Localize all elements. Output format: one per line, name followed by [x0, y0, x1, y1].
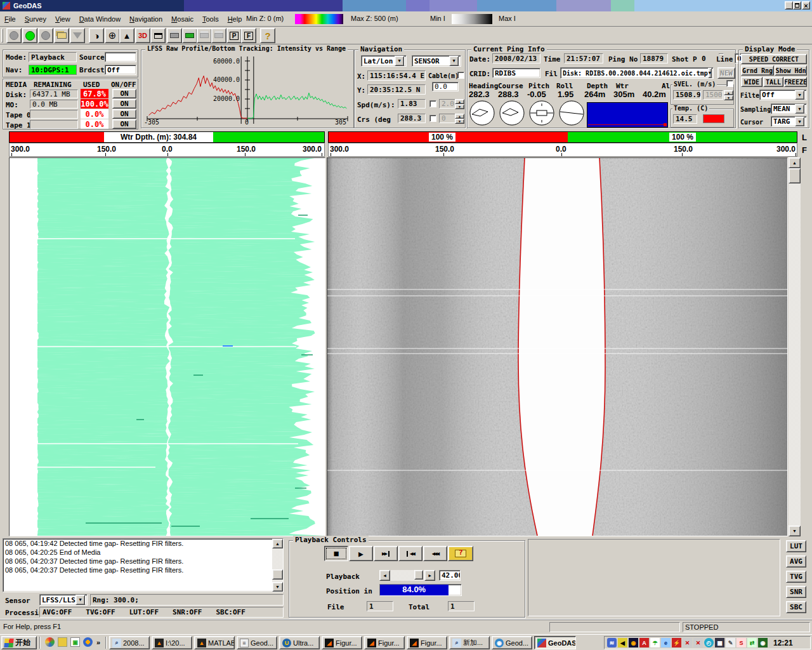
- tray-disconnect-icon[interactable]: ✕: [693, 638, 703, 647]
- scroll-down-icon[interactable]: ▼: [272, 582, 283, 592]
- lut-button[interactable]: LUT: [786, 540, 806, 552]
- quicklaunch-editor-icon[interactable]: ▣: [70, 637, 80, 647]
- task-button-geod1[interactable]: ≡Geod...: [237, 636, 277, 649]
- quicklaunch-player-icon[interactable]: [83, 637, 93, 647]
- sensor-combo[interactable]: LFSS/LLS▼: [39, 594, 88, 606]
- show-hdn-button[interactable]: Show Hdn: [775, 65, 807, 76]
- media-row-on-button[interactable]: ON: [112, 99, 136, 109]
- task-button-geod2[interactable]: ◉Geod...: [492, 636, 532, 649]
- chevron-down-icon[interactable]: ▼: [75, 595, 85, 605]
- task-button-ultraedit[interactable]: UUltra...: [279, 636, 320, 649]
- menu-navigation[interactable]: Navigation: [125, 14, 167, 24]
- menu-survey[interactable]: Survey: [20, 14, 51, 24]
- task-button-xinjia[interactable]: ⌕新加...: [449, 636, 490, 649]
- menu-tools[interactable]: Tools: [198, 14, 223, 24]
- view-3d-button[interactable]: 3D: [135, 28, 150, 43]
- tray-volume-icon[interactable]: ◀: [618, 638, 627, 647]
- tray-power-icon[interactable]: ⚡: [672, 638, 681, 647]
- task-button-matlab[interactable]: ▲MATLAB: [194, 636, 235, 649]
- tray-signal-icon[interactable]: ◉: [629, 638, 638, 647]
- menu-view[interactable]: View: [51, 14, 75, 24]
- quicklaunch-chevron-icon[interactable]: »: [96, 639, 100, 646]
- load-file-button[interactable]: ?: [448, 546, 473, 561]
- play-playback-button[interactable]: ▶: [349, 546, 373, 561]
- tray-sygate-icon[interactable]: S: [737, 638, 746, 647]
- menu-help[interactable]: Help: [223, 14, 247, 24]
- file-combo[interactable]: Disk: RDIBS.00.2008.044.214612.oic.tmp▼: [560, 67, 714, 79]
- window-view-button[interactable]: [150, 28, 166, 43]
- tray-ati-icon[interactable]: A: [639, 638, 649, 647]
- terrain-button[interactable]: ▲: [119, 28, 134, 43]
- print-setup-button[interactable]: [197, 28, 212, 43]
- task-button-i20[interactable]: ▲I:\20...: [152, 636, 192, 649]
- menu-mosaic[interactable]: Mosaic: [167, 14, 198, 24]
- record-button[interactable]: [6, 28, 22, 43]
- chevron-down-icon[interactable]: ▼: [708, 68, 712, 78]
- subbottom-waterfall[interactable]: [9, 157, 325, 536]
- cable-checkbox[interactable]: [457, 72, 464, 79]
- quicklaunch-desktop-icon[interactable]: [58, 637, 67, 647]
- playback-speed-slider[interactable]: ◀ ▶: [379, 570, 435, 581]
- sbc-button[interactable]: SBC: [786, 601, 806, 613]
- crid-value[interactable]: RDIBS: [492, 68, 540, 78]
- tray-scheduler-icon[interactable]: ▦: [715, 638, 724, 647]
- help-button[interactable]: ?: [260, 28, 275, 43]
- nav-source-combo[interactable]: SENSOR▼: [412, 55, 461, 67]
- spd-alt-value[interactable]: 2.0: [439, 99, 455, 109]
- close-button[interactable]: ×: [802, 1, 810, 10]
- tall-button[interactable]: TALL: [763, 77, 783, 87]
- spd-checkbox[interactable]: [429, 100, 436, 107]
- source-value[interactable]: [105, 52, 136, 62]
- svel-alt-value[interactable]: 1500.: [703, 90, 723, 100]
- tray-sync-icon[interactable]: ⇄: [747, 638, 757, 647]
- sampling-combo[interactable]: MEAN▼: [771, 103, 807, 114]
- log-scrollbar[interactable]: ▲ ▼: [272, 539, 283, 592]
- scroll-up-icon[interactable]: ▲: [272, 539, 283, 548]
- tray-umbrella-icon[interactable]: ☂: [650, 638, 660, 647]
- stop-button[interactable]: [38, 28, 53, 43]
- coord-mode-combo[interactable]: Lat/Lon▼: [361, 55, 407, 67]
- speed-correct-button[interactable]: SPEED CORRECT: [741, 54, 807, 64]
- scroll-up-icon[interactable]: ▲: [789, 157, 801, 168]
- tray-globe-icon[interactable]: ◴: [704, 638, 714, 647]
- slider-left-icon[interactable]: ◀: [379, 570, 390, 581]
- sidescan-waterfall[interactable]: [327, 157, 788, 536]
- crs-checkbox[interactable]: [429, 115, 436, 122]
- snr-button[interactable]: SNR: [786, 586, 806, 598]
- message-log[interactable]: 08 065, 04:19:42 Detected time gap- Rese…: [3, 538, 284, 592]
- tray-eye-icon[interactable]: ◉: [758, 638, 768, 647]
- menu-file[interactable]: File: [0, 14, 20, 24]
- cable-value[interactable]: 0.0: [432, 82, 459, 91]
- tray-pen-icon[interactable]: ✎: [726, 638, 735, 647]
- log-scrollbar-thumb[interactable]: [272, 569, 283, 580]
- tray-cpu-icon[interactable]: ≋: [607, 638, 617, 647]
- scroll-down-icon[interactable]: ▼: [789, 526, 801, 536]
- start-button[interactable]: 开始: [1, 636, 37, 649]
- target-button[interactable]: ⊕: [105, 28, 120, 43]
- media-row-on-button[interactable]: ON: [112, 109, 136, 119]
- tray-ie-icon[interactable]: e: [661, 638, 671, 647]
- new-button[interactable]: NEW: [717, 67, 735, 79]
- wide-button[interactable]: WIDE: [741, 77, 763, 87]
- rewind-button[interactable]: ◀◀◀: [423, 546, 447, 561]
- task-button-figure2[interactable]: ◢Figur...: [364, 636, 405, 649]
- crs-alt-value[interactable]: 0: [439, 114, 455, 123]
- stop-playback-button[interactable]: ■: [324, 546, 348, 561]
- freeze-button[interactable]: FREEZE: [784, 77, 807, 87]
- survey-button[interactable]: [70, 28, 85, 43]
- print-preview-button[interactable]: [182, 28, 197, 43]
- line-value[interactable]: 00: [719, 53, 724, 55]
- skip-to-start-button[interactable]: ◀◀: [398, 546, 422, 561]
- chevron-down-icon[interactable]: ▼: [449, 56, 459, 66]
- p-tool-button[interactable]: P: [226, 28, 242, 43]
- spd-spinner[interactable]: ▲▼: [455, 99, 464, 109]
- task-button-figure3[interactable]: ◢Figur...: [407, 636, 447, 649]
- media-row-on-button[interactable]: ON: [112, 119, 136, 129]
- fast-forward-button[interactable]: ▶▶: [374, 546, 398, 561]
- slider-right-icon[interactable]: ▶: [424, 570, 435, 581]
- task-button-2008[interactable]: ⌕2008...: [109, 636, 150, 649]
- brdcst-value[interactable]: Off: [105, 65, 136, 75]
- slider-thumb[interactable]: [414, 570, 423, 580]
- waterfall-scrollbar[interactable]: ▲ ▼: [789, 157, 801, 536]
- scrollbar-thumb[interactable]: [789, 168, 801, 183]
